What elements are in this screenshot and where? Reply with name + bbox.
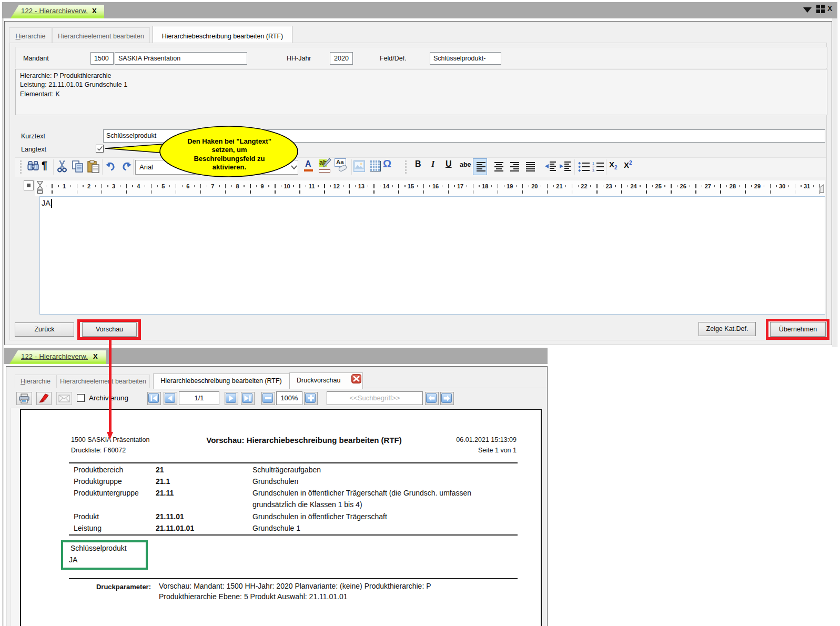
svg-text:1: 1 [592, 161, 594, 165]
svg-text:2: 2 [592, 165, 594, 169]
svg-text:3: 3 [592, 169, 594, 173]
